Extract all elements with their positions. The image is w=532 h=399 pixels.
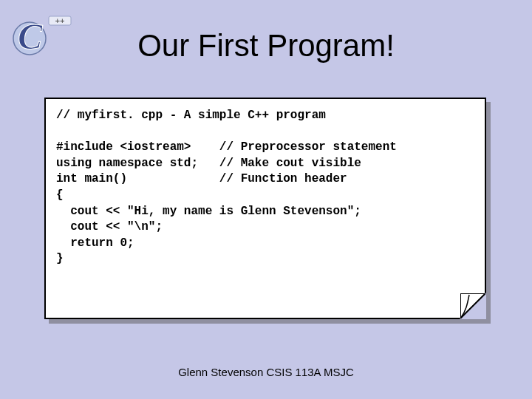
code-box: // myfirst. cpp - A simple C++ program #… bbox=[44, 98, 486, 319]
slide: C ++ Our First Program! // myfirst. cpp … bbox=[0, 0, 532, 399]
slide-footer: Glenn Stevenson CSIS 113A MSJC bbox=[0, 366, 532, 378]
code-text: // myfirst. cpp - A simple C++ program #… bbox=[56, 108, 474, 267]
logo-superscript: ++ bbox=[55, 17, 64, 26]
code-box-panel: // myfirst. cpp - A simple C++ program #… bbox=[44, 98, 486, 319]
dog-ear-mask bbox=[460, 293, 486, 319]
slide-title: Our First Program! bbox=[0, 28, 532, 64]
